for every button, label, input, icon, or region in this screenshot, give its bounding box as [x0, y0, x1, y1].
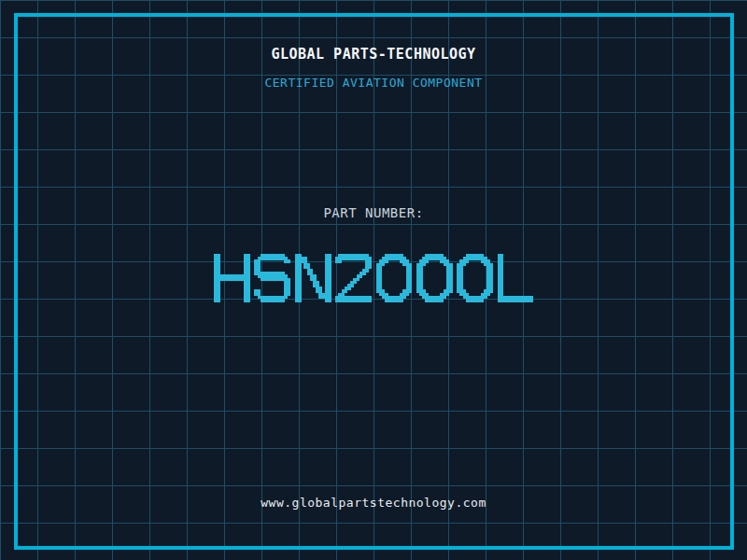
part-number-char: [335, 254, 371, 301]
part-number-char: [295, 254, 331, 301]
website-url: www.globalpartstechnology.com: [0, 496, 747, 510]
part-number-char: [416, 254, 452, 301]
part-number-char: [457, 254, 492, 301]
part-number-char: [376, 254, 412, 301]
part-number-char: [214, 254, 249, 301]
certification-subtitle: CERTIFIED AVIATION COMPONENT: [0, 76, 747, 90]
part-number-display: [0, 254, 747, 301]
company-title: GLOBAL PARTS-TECHNOLOGY: [0, 46, 747, 63]
part-number-char: [498, 254, 533, 301]
part-number-label: PART NUMBER:: [0, 205, 747, 220]
part-number-char: [254, 254, 289, 301]
certificate-page: GLOBAL PARTS-TECHNOLOGY CERTIFIED AVIATI…: [0, 0, 747, 560]
